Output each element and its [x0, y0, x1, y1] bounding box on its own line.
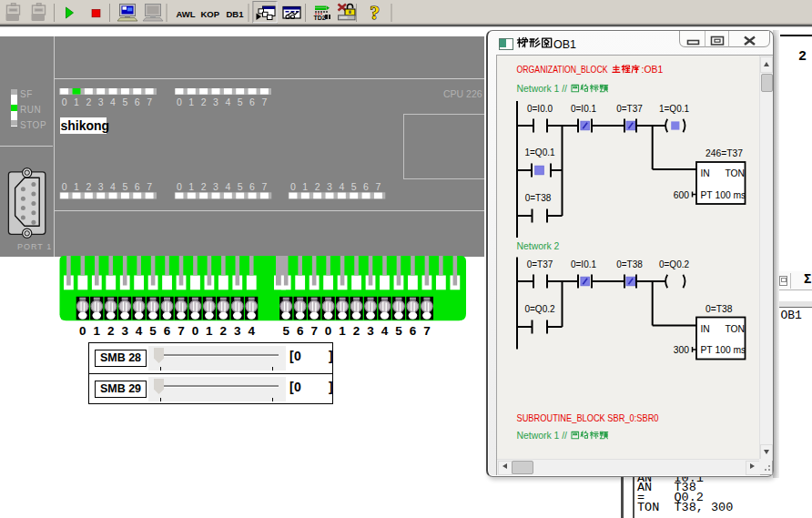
svg-text:Network 1 //: Network 1 // [517, 431, 568, 441]
svg-text:2: 2 [86, 96, 91, 107]
svg-text:6: 6 [164, 324, 171, 338]
svg-text:6: 6 [249, 181, 255, 192]
svg-text:0=Q0.2: 0=Q0.2 [659, 259, 690, 269]
svg-text:6: 6 [135, 181, 140, 192]
svg-text:0: 0 [62, 181, 67, 192]
svg-text:2: 2 [220, 324, 228, 338]
svg-text:1: 1 [302, 181, 308, 192]
svg-text:600: 600 [674, 190, 689, 200]
svg-text:DB1: DB1 [227, 9, 245, 19]
svg-text:2: 2 [86, 181, 91, 192]
svg-text:300: 300 [674, 345, 689, 355]
svg-text:1=Q0.1: 1=Q0.1 [659, 104, 690, 114]
svg-text:3: 3 [213, 181, 218, 192]
svg-text:7: 7 [375, 181, 381, 192]
svg-text:0=T38: 0=T38 [705, 304, 733, 314]
svg-text:6: 6 [297, 324, 304, 338]
svg-text:0=T37: 0=T37 [527, 259, 553, 269]
svg-text:7: 7 [261, 181, 267, 192]
svg-text:?: ? [370, 2, 381, 24]
svg-text:3: 3 [121, 324, 128, 338]
svg-text:7: 7 [147, 181, 152, 192]
svg-text:1: 1 [339, 324, 346, 338]
svg-text:0: 0 [62, 96, 67, 107]
svg-text:PT: PT [701, 190, 714, 200]
svg-text:1=Q0.1: 1=Q0.1 [524, 147, 555, 157]
svg-text:0=T37: 0=T37 [616, 104, 643, 114]
svg-text:5: 5 [238, 96, 243, 107]
svg-text:5: 5 [122, 96, 127, 107]
svg-text:5: 5 [395, 324, 402, 338]
svg-text:0: 0 [325, 324, 332, 338]
svg-text:0=I0.1: 0=I0.1 [571, 104, 597, 114]
svg-text:Network 2: Network 2 [517, 241, 560, 251]
svg-text:3: 3 [98, 96, 104, 107]
svg-text:0: 0 [192, 324, 199, 338]
svg-text:2: 2 [107, 324, 115, 338]
svg-text:1: 1 [74, 96, 79, 107]
svg-text:3: 3 [213, 96, 218, 107]
svg-text:5: 5 [122, 181, 127, 192]
svg-text:7: 7 [261, 96, 267, 107]
svg-text:4: 4 [248, 324, 255, 338]
svg-text:1: 1 [206, 324, 213, 338]
svg-text:4: 4 [110, 181, 116, 192]
svg-text:2: 2 [201, 96, 207, 107]
svg-text:0: 0 [79, 324, 86, 338]
svg-text:1: 1 [188, 181, 194, 192]
svg-text:5: 5 [351, 181, 357, 192]
svg-text:AWL: AWL [177, 9, 196, 19]
svg-text:0: 0 [290, 181, 296, 192]
svg-text:4: 4 [136, 324, 143, 338]
svg-text:0=T38: 0=T38 [525, 193, 552, 203]
svg-text:246=T37: 246=T37 [705, 148, 743, 158]
svg-text:5: 5 [149, 324, 157, 338]
svg-text:5: 5 [238, 181, 243, 192]
svg-text:4: 4 [225, 96, 230, 107]
svg-text:KOP: KOP [201, 9, 220, 19]
svg-text:TD2: TD2 [314, 15, 326, 21]
svg-text:4: 4 [110, 96, 116, 107]
svg-text:3: 3 [234, 324, 241, 338]
svg-text:100 ms: 100 ms [716, 190, 746, 200]
svg-text:0: 0 [177, 181, 182, 192]
svg-text:7: 7 [423, 324, 431, 338]
svg-text:3: 3 [327, 181, 332, 192]
svg-text:0: 0 [177, 96, 182, 107]
svg-text:7: 7 [178, 324, 185, 338]
svg-text:3: 3 [367, 324, 374, 338]
svg-text:4: 4 [381, 324, 389, 338]
svg-text:7: 7 [147, 96, 152, 107]
svg-text:TON: TON [726, 168, 746, 178]
svg-text:2: 2 [201, 181, 207, 192]
svg-text:1: 1 [74, 181, 79, 192]
svg-text:2: 2 [353, 324, 360, 338]
svg-text:4: 4 [225, 181, 230, 192]
svg-text:IN: IN [701, 324, 710, 334]
svg-text:4: 4 [339, 181, 344, 192]
svg-text:Network 1 //: Network 1 // [517, 84, 568, 94]
svg-text:0=I0.1: 0=I0.1 [571, 259, 597, 269]
svg-text:7: 7 [310, 324, 318, 338]
svg-text:0=I0.0: 0=I0.0 [527, 104, 553, 114]
svg-text:3: 3 [98, 181, 104, 192]
svg-text:2: 2 [315, 181, 320, 192]
svg-text:1: 1 [93, 324, 100, 338]
svg-text:5: 5 [282, 324, 289, 338]
svg-text:PT: PT [701, 345, 714, 355]
svg-text:ORGANIZATION_BLOCK: ORGANIZATION_BLOCK [517, 65, 608, 75]
svg-text:0=T38: 0=T38 [616, 259, 643, 269]
svg-text:6: 6 [135, 96, 140, 107]
svg-text::OB1: :OB1 [642, 65, 664, 75]
svg-text:6: 6 [410, 324, 417, 338]
svg-text:6: 6 [249, 96, 255, 107]
svg-text:TON: TON [726, 324, 746, 334]
svg-text:0=Q0.2: 0=Q0.2 [524, 304, 555, 314]
svg-text:1: 1 [188, 96, 194, 107]
svg-text:6: 6 [363, 181, 369, 192]
svg-text:100 ms: 100 ms [716, 345, 746, 355]
svg-text:SUBROUTINE_BLOCK SBR_0:SBR0: SUBROUTINE_BLOCK SBR_0:SBR0 [517, 413, 659, 423]
svg-text:IN: IN [701, 168, 710, 178]
